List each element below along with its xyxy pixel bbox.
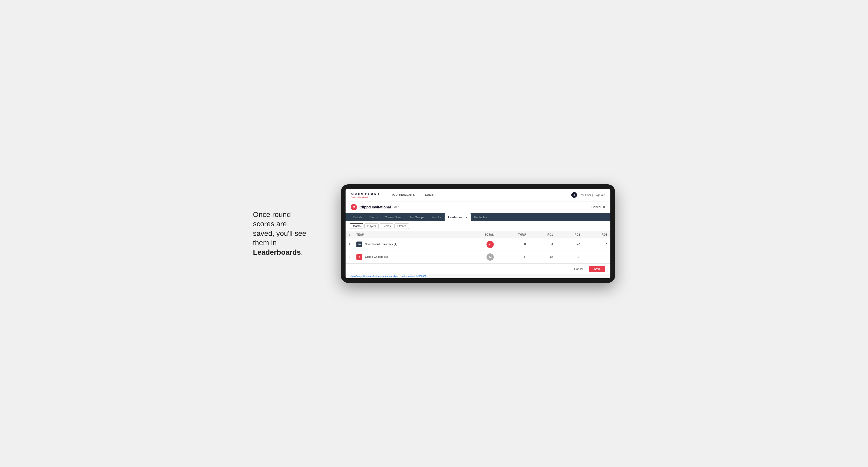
desc-line4: them in: [253, 239, 277, 247]
row1-team-icon: SU: [356, 242, 362, 247]
sub-tab-teams[interactable]: Teams: [350, 223, 363, 229]
table-header-row: # TEAM TOTAL THRU RD1 RD2 RD3: [345, 231, 610, 238]
row2-total: +3: [462, 251, 497, 263]
tournament-gender: (Men): [392, 205, 400, 209]
row2-team-name: Clippd College [A]: [365, 255, 388, 258]
desc-line5-suffix: .: [301, 248, 303, 256]
tab-printables[interactable]: Printables: [471, 213, 491, 221]
tablet-screen: SCOREBOARD Powered by clippd TOURNAMENTS…: [345, 189, 610, 278]
tab-leaderboards[interactable]: Leaderboards: [444, 213, 471, 221]
leaderboard-table: # TEAM TOTAL THRU RD1 RD2 RD3 1: [345, 231, 610, 263]
row1-team: SU Scoreboard University [A]: [353, 238, 462, 251]
row2-team: C Clippd College [A]: [353, 251, 462, 263]
cancel-label: Cancel: [591, 205, 601, 209]
tab-nav: Details Teams Course Setup Tee Groups Re…: [345, 213, 610, 221]
sub-tabs: Teams Players Scores Strokes: [345, 221, 610, 231]
sign-out-button[interactable]: Sign out: [595, 193, 605, 196]
logo-area: SCOREBOARD Powered by clippd: [351, 192, 379, 198]
tab-tee-groups[interactable]: Tee Groups: [406, 213, 428, 221]
table-row: 2 C Clippd College [A] +3 F +8 -8 +3: [345, 251, 610, 263]
row2-rank: 2: [345, 251, 353, 263]
col-team: TEAM: [353, 231, 462, 238]
footer-save-button[interactable]: Save: [589, 266, 605, 272]
tab-details[interactable]: Details: [350, 213, 366, 221]
tournament-name: Clippd Invitational: [360, 205, 391, 209]
tablet-frame: SCOREBOARD Powered by clippd TOURNAMENTS…: [341, 184, 615, 283]
tab-results[interactable]: Results: [428, 213, 444, 221]
url-bar: https://stage-blue-coach.stagescoreboard…: [345, 274, 610, 278]
logo-text: SCOREBOARD: [351, 192, 379, 196]
tab-course-setup[interactable]: Course Setup: [381, 213, 406, 221]
row2-team-icon: C: [356, 254, 362, 260]
row1-rd2: +5: [556, 238, 583, 251]
col-total: TOTAL: [462, 231, 497, 238]
col-rd1: RD1: [529, 231, 556, 238]
row1-total: -5: [462, 238, 497, 251]
row2-rd3: +3: [583, 251, 610, 263]
leaderboard-table-container: # TEAM TOTAL THRU RD1 RD2 RD3 1: [345, 231, 610, 263]
row1-rd1: -4: [529, 238, 556, 251]
user-avatar: S: [571, 192, 577, 198]
tournament-icon: C: [351, 204, 357, 210]
nav-tournaments[interactable]: TOURNAMENTS: [387, 189, 419, 201]
footer: Cancel Save: [345, 263, 610, 274]
footer-cancel-button[interactable]: Cancel: [570, 266, 587, 272]
row1-rd3: -6: [583, 238, 610, 251]
desc-line5-bold: Leaderboards: [253, 248, 301, 256]
row1-thru: F: [497, 238, 529, 251]
top-nav: SCOREBOARD Powered by clippd TOURNAMENTS…: [345, 189, 610, 201]
col-thru: THRU: [497, 231, 529, 238]
sub-tab-strokes[interactable]: Strokes: [395, 223, 409, 229]
row1-rank: 1: [345, 238, 353, 251]
user-name: Test User |: [579, 193, 593, 196]
col-rank: #: [345, 231, 353, 238]
sub-tab-scores[interactable]: Scores: [380, 223, 393, 229]
desc-line1: Once round: [253, 211, 291, 218]
close-icon: ✕: [602, 205, 605, 209]
tournament-header: C Clippd Invitational (Men) Cancel ✕: [345, 201, 610, 213]
logo-sub-prefix: Powered by: [351, 196, 362, 198]
tab-teams[interactable]: Teams: [366, 213, 381, 221]
row2-score-badge: +3: [487, 253, 494, 261]
row2-thru: F: [497, 251, 529, 263]
row1-team-name: Scoreboard University [A]: [365, 242, 397, 245]
desc-line2: scores are: [253, 220, 287, 228]
logo-sub-brand: clippd: [362, 196, 368, 198]
left-description: Once round scores are saved, you'll see …: [253, 210, 326, 257]
sub-tab-players[interactable]: Players: [365, 223, 379, 229]
col-rd2: RD2: [556, 231, 583, 238]
nav-right: S Test User | Sign out: [571, 192, 605, 198]
logo-sub: Powered by clippd: [351, 196, 379, 198]
row2-rd1: +8: [529, 251, 556, 263]
cancel-tournament-button[interactable]: Cancel ✕: [591, 205, 605, 209]
desc-line3: saved, you'll see: [253, 229, 306, 238]
nav-links: TOURNAMENTS TEAMS: [387, 189, 438, 201]
nav-teams[interactable]: TEAMS: [419, 189, 438, 201]
row1-score-badge: -5: [487, 241, 494, 248]
table-row: 1 SU Scoreboard University [A] -5 F -4 +…: [345, 238, 610, 251]
col-rd3: RD3: [583, 231, 610, 238]
row2-rd2: -8: [556, 251, 583, 263]
